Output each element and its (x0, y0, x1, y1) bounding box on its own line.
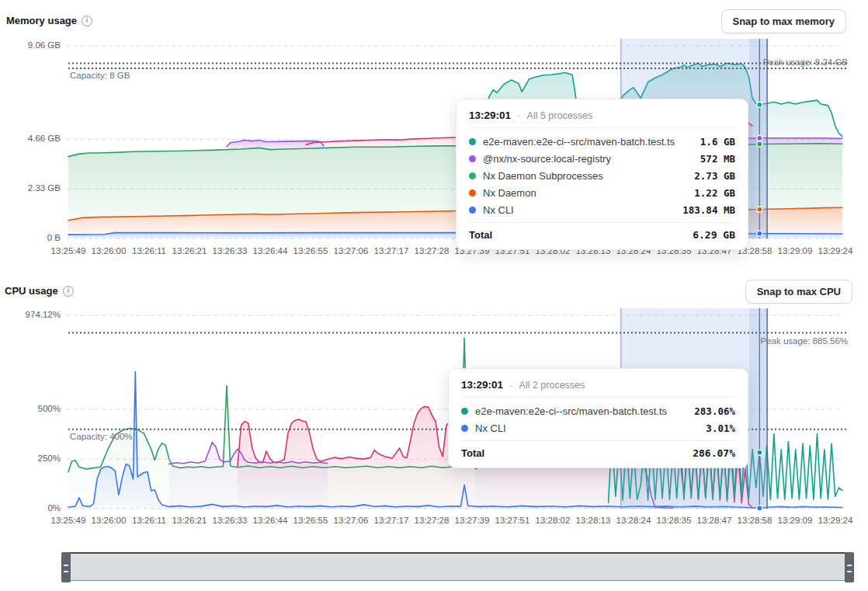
tooltip-total-label: Total (469, 229, 693, 241)
tooltip-row: Nx Daemon1.22 GB (469, 184, 735, 201)
memory-y-axis-tick: 0 B (0, 233, 61, 242)
brush-right-handle[interactable] (845, 552, 854, 582)
cpu-title-text: CPU usage (5, 285, 58, 297)
cpu-x-axis-tick: 13:27:51 (495, 516, 530, 525)
memory-x-axis-tick: 13:26:55 (293, 246, 328, 256)
cpu-x-axis-tick: 13:29:09 (778, 516, 813, 525)
memory-x-axis-tick: 13:27:06 (334, 246, 369, 256)
tooltip-subtitle: All 2 processes (519, 380, 585, 391)
tooltip-series-value: 2.73 GB (694, 170, 735, 182)
cpu-x-axis-tick: 13:26:44 (253, 516, 288, 525)
memory-x-axis-tick: 13:29:24 (818, 246, 853, 256)
tooltip-series-name: e2e-maven:e2e-ci--src/maven-batch.test.t… (475, 405, 687, 417)
memory-capacity-label: Capacity: 8 GB (70, 71, 130, 80)
memory-y-axis-tick: 4.66 GB (0, 134, 61, 143)
memory-peak-label: Peak usage: 8.24 GB (763, 57, 848, 67)
tooltip-row: e2e-maven:e2e-ci--src/maven-batch.test.t… (461, 402, 735, 419)
tooltip-header: 13:29:01 · All 2 processes (461, 376, 735, 398)
cpu-y-axis-tick: 0% (0, 503, 61, 513)
memory-x-axis-tick: 13:27:28 (415, 246, 450, 256)
tooltip-series-value: 3.01% (706, 422, 735, 434)
memory-chart-title: Memory usage i (6, 15, 92, 26)
cpu-x-axis-tick: 13:26:21 (172, 516, 207, 525)
snap-to-max-cpu-button[interactable]: Snap to max CPU (745, 280, 852, 304)
tooltip-row: Nx CLI183.84 MB (469, 201, 735, 218)
tooltip-header: 13:29:01 · All 5 processes (469, 106, 735, 128)
memory-title-text: Memory usage (6, 15, 77, 26)
cpu-x-axis-tick: 13:26:11 (132, 516, 166, 525)
cpu-capacity-label: Capacity: 400% (70, 432, 133, 441)
memory-tooltip: 13:29:01 · All 5 processes e2e-maven:e2e… (456, 99, 748, 250)
memory-x-axis-tick: 13:27:17 (374, 246, 409, 256)
cpu-x-axis-tick: 13:29:24 (818, 516, 853, 525)
info-icon[interactable]: i (82, 16, 92, 26)
cpu-y-axis-tick: 500% (0, 404, 61, 413)
cpu-x-axis-tick: 13:25:49 (51, 516, 86, 525)
memory-x-axis-tick: 13:25:49 (51, 246, 86, 256)
tooltip-series-name: Nx CLI (483, 204, 675, 216)
memory-y-axis-tick: 9.06 GB (0, 40, 61, 50)
cpu-x-axis-tick: 13:28:13 (576, 516, 611, 525)
memory-x-axis-tick: 13:26:21 (172, 246, 207, 256)
cpu-x-axis-tick: 13:28:35 (657, 516, 692, 525)
tooltip-series-name: e2e-maven:e2e-ci--src/maven-batch.test.t… (483, 136, 693, 148)
memory-x-axis-tick: 13:29:09 (778, 246, 813, 256)
cpu-x-axis-tick: 13:28:24 (616, 516, 651, 525)
tooltip-series-value: 183.84 MB (682, 204, 735, 216)
cpu-y-axis-tick: 974.12% (0, 310, 61, 319)
cpu-x-axis-tick: 13:28:58 (738, 516, 773, 525)
tooltip-total-row: Total 6.29 GB (469, 222, 735, 241)
series-color-dot (469, 189, 476, 196)
cpu-x-axis-tick: 13:27:28 (415, 516, 450, 525)
cpu-peak-label: Peak usage: 885.56% (760, 336, 848, 346)
cpu-x-axis-tick: 13:28:47 (697, 516, 732, 525)
info-icon[interactable]: i (63, 286, 74, 297)
tooltip-series-value: 283.06% (694, 405, 735, 417)
tooltip-series-value: 1.22 GB (694, 187, 735, 199)
brush-left-handle[interactable] (61, 552, 71, 582)
tooltip-row: e2e-maven:e2e-ci--src/maven-batch.test.t… (469, 133, 735, 150)
tooltip-row: Nx Daemon Subprocesses2.73 GB (469, 167, 735, 184)
tooltip-time: 13:29:01 (469, 110, 511, 121)
cpu-x-axis-tick: 13:26:55 (293, 516, 328, 525)
series-color-dot (461, 408, 468, 415)
tooltip-row: Nx CLI3.01% (461, 419, 735, 436)
cpu-tooltip: 13:29:01 · All 2 processes e2e-maven:e2e… (448, 368, 748, 468)
tooltip-series-value: 572 MB (700, 153, 735, 165)
cpu-x-axis-tick: 13:27:17 (374, 516, 409, 525)
memory-x-axis-tick: 13:26:11 (132, 246, 166, 256)
tooltip-total-row: Total 286.07% (461, 440, 735, 459)
tooltip-rows: e2e-maven:e2e-ci--src/maven-batch.test.t… (469, 128, 735, 221)
cpu-x-axis-tick: 13:26:00 (92, 516, 127, 525)
tooltip-subtitle: All 5 processes (527, 110, 593, 121)
cpu-y-axis-tick: 250% (0, 454, 61, 463)
tooltip-series-value: 1.6 GB (700, 136, 735, 148)
tooltip-separator: · (509, 379, 513, 391)
cpu-x-axis-tick: 13:28:02 (536, 516, 571, 525)
time-range-brush[interactable] (62, 552, 853, 581)
tooltip-total-value: 286.07% (693, 447, 735, 459)
series-color-dot (469, 155, 476, 162)
memory-x-axis-tick: 13:26:00 (92, 246, 127, 256)
tooltip-series-name: @nx/nx-source:local-registry (483, 153, 693, 165)
memory-x-axis-tick: 13:26:44 (253, 246, 288, 256)
cpu-x-axis-tick: 13:27:06 (334, 516, 369, 525)
series-color-dot (461, 425, 468, 432)
cpu-x-axis-tick: 13:27:39 (455, 516, 490, 525)
tooltip-total-value: 6.29 GB (693, 229, 735, 241)
tooltip-total-label: Total (461, 447, 693, 459)
tooltip-time: 13:29:01 (461, 379, 503, 391)
process-profiler-page: Memory usage i Snap to max memory CPU us… (0, 0, 868, 591)
snap-to-max-memory-button[interactable]: Snap to max memory (721, 9, 847, 33)
tooltip-separator: · (517, 110, 521, 121)
cpu-chart-title: CPU usage i (5, 285, 74, 297)
memory-y-axis-tick: 2.33 GB (0, 183, 61, 193)
series-color-dot (469, 207, 476, 214)
tooltip-rows: e2e-maven:e2e-ci--src/maven-batch.test.t… (461, 398, 735, 439)
tooltip-series-name: Nx Daemon (483, 187, 687, 199)
cpu-x-axis-tick: 13:26:33 (213, 516, 248, 525)
series-color-dot (469, 138, 476, 145)
tooltip-row: @nx/nx-source:local-registry572 MB (469, 150, 735, 167)
memory-x-axis-tick: 13:26:33 (213, 246, 248, 256)
series-color-dot (469, 172, 476, 179)
